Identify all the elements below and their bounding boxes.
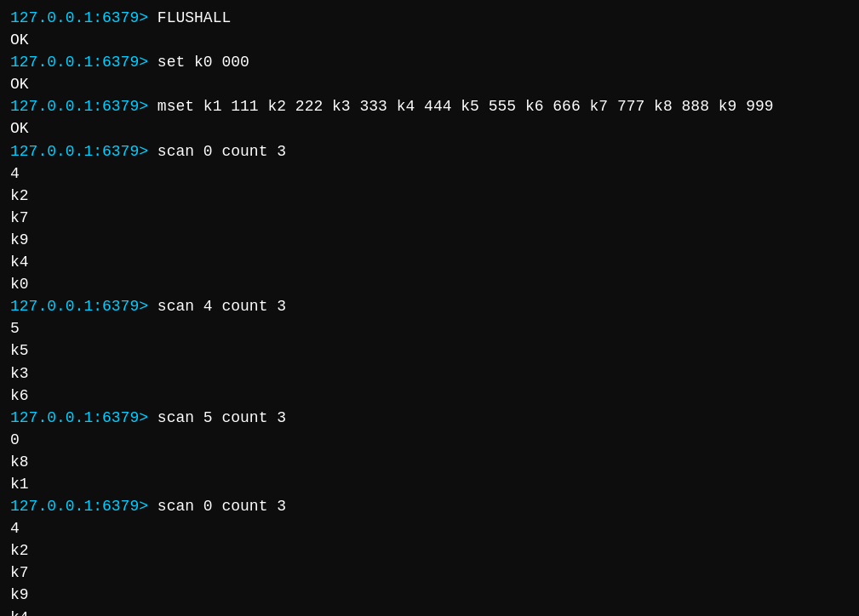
output-text: 4	[10, 163, 849, 185]
terminal-line: 127.0.0.1:6379> scan 0 count 3	[10, 495, 849, 517]
prompt-text: 127.0.0.1:6379>	[10, 9, 157, 26]
output-text: k7	[10, 207, 849, 229]
command-text: scan 0 count 3	[157, 498, 286, 515]
command-text: set k0 000	[157, 54, 249, 71]
terminal-line: 127.0.0.1:6379> mset k1 111 k2 222 k3 33…	[10, 95, 849, 117]
terminal-line: 127.0.0.1:6379> scan 4 count 3	[10, 295, 849, 317]
output-text: k4	[10, 607, 849, 616]
output-text: k3	[10, 362, 849, 385]
terminal-line: 127.0.0.1:6379> scan 5 count 3	[10, 407, 849, 429]
command-text: mset k1 111 k2 222 k3 333 k4 444 k5 555 …	[157, 98, 774, 115]
output-text: OK	[10, 73, 849, 95]
output-text: 5	[10, 317, 849, 339]
output-text: k0	[10, 273, 849, 295]
prompt-text: 127.0.0.1:6379>	[10, 98, 157, 115]
output-text: k7	[10, 562, 849, 584]
output-text: k9	[10, 229, 849, 251]
output-text: OK	[10, 117, 849, 140]
output-text: k9	[10, 584, 849, 606]
output-text: k6	[10, 385, 849, 407]
command-text: scan 5 count 3	[157, 409, 286, 426]
terminal-line: 127.0.0.1:6379> set k0 000	[10, 51, 849, 73]
command-text: scan 4 count 3	[157, 298, 286, 315]
terminal-line: 127.0.0.1:6379> FLUSHALL	[10, 7, 849, 29]
prompt-text: 127.0.0.1:6379>	[10, 409, 157, 426]
output-text: k4	[10, 251, 849, 273]
command-text: FLUSHALL	[157, 9, 231, 26]
output-text: k2	[10, 185, 849, 207]
output-text: k1	[10, 473, 849, 495]
prompt-text: 127.0.0.1:6379>	[10, 143, 157, 160]
output-text: 4	[10, 517, 849, 539]
prompt-text: 127.0.0.1:6379>	[10, 54, 157, 71]
prompt-text: 127.0.0.1:6379>	[10, 498, 157, 515]
output-text: OK	[10, 29, 849, 51]
output-text: k5	[10, 339, 849, 362]
terminal-window[interactable]: 127.0.0.1:6379> FLUSHALLOK127.0.0.1:6379…	[0, 0, 859, 616]
prompt-text: 127.0.0.1:6379>	[10, 298, 157, 315]
output-text: k2	[10, 539, 849, 562]
terminal-line: 127.0.0.1:6379> scan 0 count 3	[10, 140, 849, 163]
terminal-content: 127.0.0.1:6379> FLUSHALLOK127.0.0.1:6379…	[10, 7, 849, 616]
output-text: k8	[10, 451, 849, 473]
command-text: scan 0 count 3	[157, 143, 286, 160]
output-text: 0	[10, 429, 849, 451]
